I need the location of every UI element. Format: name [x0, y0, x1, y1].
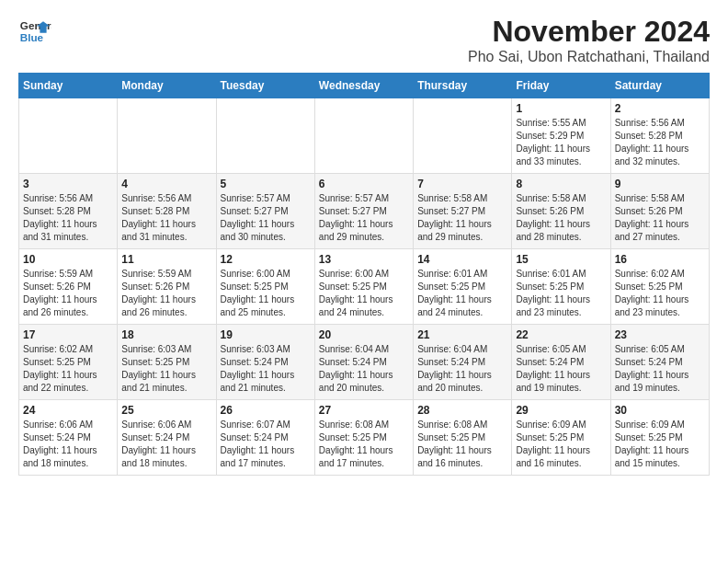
calendar-cell: 16Sunrise: 6:02 AM Sunset: 5:25 PM Dayli… — [610, 249, 709, 325]
day-number: 23 — [615, 328, 705, 341]
calendar-cell: 10Sunrise: 5:59 AM Sunset: 5:26 PM Dayli… — [19, 249, 118, 325]
day-number: 19 — [221, 328, 311, 341]
day-number: 21 — [417, 328, 507, 341]
day-number: 5 — [221, 178, 311, 190]
calendar-cell: 25Sunrise: 6:06 AM Sunset: 5:24 PM Dayli… — [118, 400, 216, 476]
day-number: 18 — [121, 328, 211, 341]
day-info: Sunrise: 5:58 AM Sunset: 5:26 PM Dayligh… — [615, 193, 689, 242]
calendar-header-row: SundayMondayTuesdayWednesdayThursdayFrid… — [19, 74, 710, 98]
calendar-cell: 13Sunrise: 6:00 AM Sunset: 5:25 PM Dayli… — [314, 249, 413, 325]
day-number: 8 — [516, 178, 606, 190]
day-number: 16 — [615, 253, 705, 266]
day-info: Sunrise: 6:09 AM Sunset: 5:25 PM Dayligh… — [615, 419, 689, 468]
weekday-header-wednesday: Wednesday — [314, 74, 413, 98]
calendar-week-5: 24Sunrise: 6:06 AM Sunset: 5:24 PM Dayli… — [19, 400, 710, 476]
calendar-week-1: 1Sunrise: 5:55 AM Sunset: 5:29 PM Daylig… — [19, 98, 710, 174]
calendar-cell — [216, 98, 314, 174]
page-title: November 2024 — [468, 15, 710, 49]
calendar-cell: 3Sunrise: 5:56 AM Sunset: 5:28 PM Daylig… — [19, 174, 118, 249]
calendar-cell: 6Sunrise: 5:57 AM Sunset: 5:27 PM Daylig… — [314, 174, 413, 249]
day-info: Sunrise: 6:05 AM Sunset: 5:24 PM Dayligh… — [516, 344, 590, 393]
day-info: Sunrise: 6:09 AM Sunset: 5:25 PM Dayligh… — [516, 419, 590, 468]
day-info: Sunrise: 6:05 AM Sunset: 5:24 PM Dayligh… — [615, 344, 689, 393]
day-info: Sunrise: 6:03 AM Sunset: 5:25 PM Dayligh… — [121, 344, 196, 393]
calendar-cell: 18Sunrise: 6:03 AM Sunset: 5:25 PM Dayli… — [118, 325, 216, 400]
logo-icon: General Blue — [18, 15, 51, 48]
calendar-cell: 26Sunrise: 6:07 AM Sunset: 5:24 PM Dayli… — [216, 400, 314, 476]
calendar-cell: 28Sunrise: 6:08 AM Sunset: 5:25 PM Dayli… — [414, 400, 512, 476]
calendar-cell: 20Sunrise: 6:04 AM Sunset: 5:24 PM Dayli… — [314, 325, 413, 400]
calendar-cell: 27Sunrise: 6:08 AM Sunset: 5:25 PM Dayli… — [314, 400, 413, 476]
day-info: Sunrise: 6:06 AM Sunset: 5:24 PM Dayligh… — [23, 419, 97, 468]
day-info: Sunrise: 6:06 AM Sunset: 5:24 PM Dayligh… — [121, 419, 196, 468]
calendar-cell: 19Sunrise: 6:03 AM Sunset: 5:24 PM Dayli… — [216, 325, 314, 400]
day-number: 12 — [221, 253, 311, 266]
day-info: Sunrise: 6:08 AM Sunset: 5:25 PM Dayligh… — [319, 419, 393, 468]
page-subtitle: Pho Sai, Ubon Ratchathani, Thailand — [468, 49, 710, 65]
page-header: General Blue November 2024 Pho Sai, Ubon… — [18, 15, 710, 65]
calendar-cell — [314, 98, 413, 174]
weekday-header-friday: Friday — [512, 74, 610, 98]
day-number: 29 — [516, 404, 606, 417]
title-block: November 2024 Pho Sai, Ubon Ratchathani,… — [468, 15, 710, 65]
day-number: 27 — [319, 404, 409, 417]
day-number: 1 — [516, 102, 606, 115]
weekday-header-sunday: Sunday — [19, 74, 118, 98]
calendar-cell: 22Sunrise: 6:05 AM Sunset: 5:24 PM Dayli… — [512, 325, 610, 400]
calendar-cell: 14Sunrise: 6:01 AM Sunset: 5:25 PM Dayli… — [414, 249, 512, 325]
day-info: Sunrise: 5:55 AM Sunset: 5:29 PM Dayligh… — [516, 118, 590, 167]
day-info: Sunrise: 6:00 AM Sunset: 5:25 PM Dayligh… — [221, 269, 295, 317]
day-number: 17 — [23, 328, 113, 341]
calendar-week-2: 3Sunrise: 5:56 AM Sunset: 5:28 PM Daylig… — [19, 174, 710, 249]
day-info: Sunrise: 6:01 AM Sunset: 5:25 PM Dayligh… — [417, 269, 492, 317]
day-number: 2 — [615, 102, 705, 115]
day-info: Sunrise: 5:57 AM Sunset: 5:27 PM Dayligh… — [221, 193, 295, 242]
day-info: Sunrise: 6:00 AM Sunset: 5:25 PM Dayligh… — [319, 269, 393, 317]
day-number: 4 — [121, 178, 211, 190]
calendar-table: SundayMondayTuesdayWednesdayThursdayFrid… — [18, 73, 710, 476]
day-info: Sunrise: 6:03 AM Sunset: 5:24 PM Dayligh… — [221, 344, 295, 393]
calendar-cell: 29Sunrise: 6:09 AM Sunset: 5:25 PM Dayli… — [512, 400, 610, 476]
calendar-cell: 23Sunrise: 6:05 AM Sunset: 5:24 PM Dayli… — [610, 325, 709, 400]
calendar-cell: 2Sunrise: 5:56 AM Sunset: 5:28 PM Daylig… — [610, 98, 709, 174]
weekday-header-tuesday: Tuesday — [216, 74, 314, 98]
weekday-header-thursday: Thursday — [414, 74, 512, 98]
day-info: Sunrise: 5:56 AM Sunset: 5:28 PM Dayligh… — [23, 193, 97, 242]
calendar-week-4: 17Sunrise: 6:02 AM Sunset: 5:25 PM Dayli… — [19, 325, 710, 400]
day-number: 20 — [319, 328, 409, 341]
calendar-body: 1Sunrise: 5:55 AM Sunset: 5:29 PM Daylig… — [19, 98, 710, 476]
calendar-cell: 8Sunrise: 5:58 AM Sunset: 5:26 PM Daylig… — [512, 174, 610, 249]
day-info: Sunrise: 5:59 AM Sunset: 5:26 PM Dayligh… — [121, 269, 196, 317]
day-number: 30 — [615, 404, 705, 417]
calendar-cell: 11Sunrise: 5:59 AM Sunset: 5:26 PM Dayli… — [118, 249, 216, 325]
day-info: Sunrise: 6:04 AM Sunset: 5:24 PM Dayligh… — [417, 344, 492, 393]
calendar-cell: 15Sunrise: 6:01 AM Sunset: 5:25 PM Dayli… — [512, 249, 610, 325]
day-number: 25 — [121, 404, 211, 417]
day-number: 26 — [221, 404, 311, 417]
weekday-header-monday: Monday — [118, 74, 216, 98]
day-info: Sunrise: 6:02 AM Sunset: 5:25 PM Dayligh… — [615, 269, 689, 317]
day-info: Sunrise: 5:56 AM Sunset: 5:28 PM Dayligh… — [121, 193, 196, 242]
calendar-cell: 17Sunrise: 6:02 AM Sunset: 5:25 PM Dayli… — [19, 325, 118, 400]
calendar-cell — [414, 98, 512, 174]
day-info: Sunrise: 5:59 AM Sunset: 5:26 PM Dayligh… — [23, 269, 97, 317]
calendar-cell: 4Sunrise: 5:56 AM Sunset: 5:28 PM Daylig… — [118, 174, 216, 249]
calendar-cell: 5Sunrise: 5:57 AM Sunset: 5:27 PM Daylig… — [216, 174, 314, 249]
logo: General Blue — [18, 15, 51, 48]
calendar-cell: 1Sunrise: 5:55 AM Sunset: 5:29 PM Daylig… — [512, 98, 610, 174]
calendar-cell — [19, 98, 118, 174]
day-number: 22 — [516, 328, 606, 341]
day-number: 9 — [615, 178, 705, 190]
day-number: 6 — [319, 178, 409, 190]
day-number: 11 — [121, 253, 211, 266]
day-number: 24 — [23, 404, 113, 417]
calendar-cell: 12Sunrise: 6:00 AM Sunset: 5:25 PM Dayli… — [216, 249, 314, 325]
day-info: Sunrise: 5:58 AM Sunset: 5:27 PM Dayligh… — [417, 193, 492, 242]
calendar-cell: 21Sunrise: 6:04 AM Sunset: 5:24 PM Dayli… — [414, 325, 512, 400]
day-number: 10 — [23, 253, 113, 266]
day-info: Sunrise: 6:02 AM Sunset: 5:25 PM Dayligh… — [23, 344, 97, 393]
day-info: Sunrise: 5:58 AM Sunset: 5:26 PM Dayligh… — [516, 193, 590, 242]
day-info: Sunrise: 6:08 AM Sunset: 5:25 PM Dayligh… — [417, 419, 492, 468]
weekday-header-saturday: Saturday — [610, 74, 709, 98]
calendar-cell: 30Sunrise: 6:09 AM Sunset: 5:25 PM Dayli… — [610, 400, 709, 476]
